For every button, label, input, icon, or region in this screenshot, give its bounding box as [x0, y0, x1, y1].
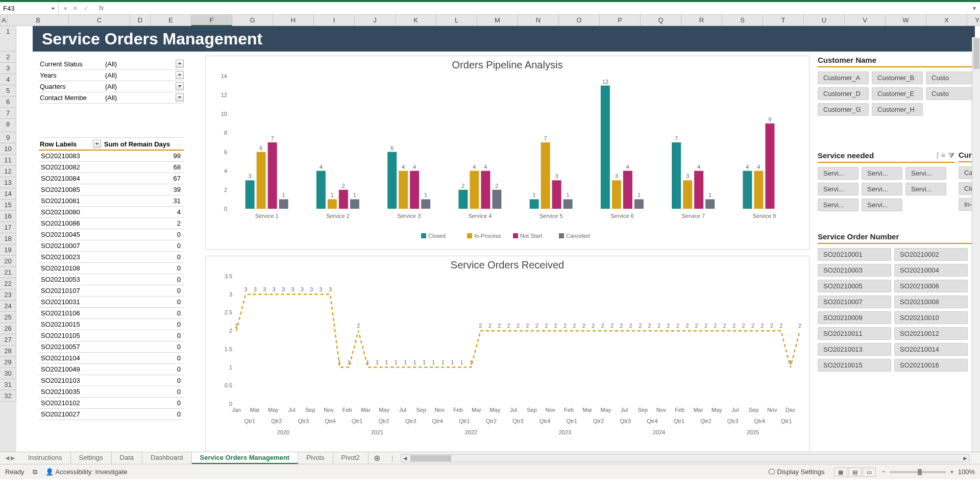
slicer-item[interactable]: SO20210005 — [818, 280, 891, 292]
slicer-item[interactable]: Customer_A — [818, 71, 869, 84]
sheet-tab[interactable]: Instructions — [20, 452, 70, 464]
filter-value[interactable]: (All) — [103, 70, 184, 81]
column-header[interactable]: X — [926, 15, 967, 26]
row-header[interactable]: 14 — [0, 188, 16, 200]
slicer-item[interactable]: SO20210003 — [818, 264, 891, 277]
table-row[interactable]: SO202100150 — [39, 319, 184, 330]
column-header[interactable]: H — [273, 15, 314, 26]
column-header[interactable]: R — [681, 15, 722, 26]
horizontal-scrollbar[interactable]: ◄► — [401, 454, 970, 462]
column-header[interactable]: E — [151, 15, 191, 26]
table-row[interactable]: SO2021008399 — [39, 151, 184, 162]
column-header[interactable]: S — [722, 15, 763, 26]
slicer-service[interactable]: Service needed⋮≡⧩ Servi...Servi...Servi.… — [818, 151, 954, 211]
chart-received[interactable]: Service Orders Received 00.511.522.533.5… — [205, 256, 810, 457]
column-header[interactable]: G — [232, 15, 273, 26]
table-row[interactable]: SO202100530 — [39, 274, 184, 285]
slicer-item[interactable]: Custo — [926, 71, 977, 84]
display-settings[interactable]: Display Settings — [777, 468, 824, 476]
zoom-in-button[interactable]: + — [950, 468, 954, 476]
row-header[interactable]: 2 — [0, 52, 16, 63]
column-header[interactable]: M — [477, 15, 518, 26]
table-row[interactable]: SO202100270 — [39, 409, 184, 420]
table-row[interactable]: SO2021008467 — [39, 173, 184, 184]
column-header[interactable]: Q — [641, 15, 681, 26]
chevron-down-icon[interactable] — [176, 71, 184, 79]
column-header[interactable]: T — [763, 15, 804, 26]
table-row[interactable]: SO202100450 — [39, 229, 184, 240]
slicer-item[interactable]: Customer_E — [872, 87, 923, 100]
row-header[interactable]: 6 — [0, 96, 16, 108]
table-row[interactable]: SO202100570 — [39, 341, 184, 353]
row-header[interactable]: 16 — [0, 211, 16, 222]
slicer-item[interactable]: SO20210016 — [894, 359, 968, 372]
clear-filter-icon[interactable]: ⧩ — [948, 151, 954, 159]
table-row[interactable]: SO202101040 — [39, 353, 184, 364]
column-header[interactable]: U — [804, 15, 845, 26]
row-header[interactable]: 5 — [0, 85, 16, 96]
row-header[interactable]: 4 — [0, 74, 16, 85]
row-header[interactable]: 20 — [0, 256, 16, 267]
tab-nav-left[interactable]: ◀ ▶ — [0, 455, 20, 461]
view-pagebreak-icon[interactable]: ▭ — [863, 467, 876, 477]
row-header[interactable]: 8 — [0, 119, 16, 132]
row-header[interactable]: 25 — [0, 312, 16, 323]
column-header[interactable]: L — [436, 15, 477, 26]
slicer-item[interactable]: Customer_G — [818, 103, 869, 116]
row-header[interactable]: 18 — [0, 233, 16, 244]
slicer-item[interactable]: SO20210008 — [894, 295, 968, 308]
table-row[interactable]: SO202101050 — [39, 330, 184, 341]
row-header[interactable]: 9 — [0, 132, 16, 143]
row-header[interactable]: 21 — [0, 267, 16, 278]
sheet-tab[interactable]: Service Orders Management — [192, 452, 299, 464]
vertical-scrollbar[interactable] — [972, 37, 980, 470]
row-header[interactable]: 7 — [0, 108, 16, 119]
column-header[interactable]: C — [69, 15, 130, 26]
slicer-item[interactable]: Servi... — [905, 183, 946, 195]
add-sheet-button[interactable]: ⊕ — [369, 453, 385, 463]
table-row[interactable]: SO202100230 — [39, 252, 184, 263]
row-header[interactable]: 17 — [0, 222, 16, 233]
slicer-item[interactable]: SO20210009 — [818, 311, 891, 324]
row-header[interactable]: 3 — [0, 63, 16, 74]
filter-value[interactable]: (All) — [103, 59, 184, 69]
table-row[interactable]: SO202101070 — [39, 285, 184, 297]
row-header[interactable]: 31 — [0, 379, 16, 390]
sheet-tab[interactable]: Pivot2 — [333, 452, 369, 464]
slicer-item[interactable]: SO20210007 — [818, 295, 891, 308]
chart-pipeline[interactable]: Orders Pipeline Analysis 024681012143671… — [205, 56, 810, 250]
row-header[interactable]: 30 — [0, 368, 16, 379]
row-header[interactable]: 26 — [0, 323, 16, 334]
column-header[interactable]: B — [8, 15, 69, 26]
table-row[interactable]: SO202100804 — [39, 207, 184, 218]
table-row[interactable]: SO202101020 — [39, 398, 184, 409]
slicer-item[interactable]: SO20210014 — [894, 343, 968, 356]
table-row[interactable]: SO2021008131 — [39, 195, 184, 207]
accessibility-icon[interactable]: 👤 — [45, 468, 54, 476]
column-header[interactable]: J — [355, 15, 396, 26]
table-row[interactable]: SO2021008539 — [39, 184, 184, 195]
row-header[interactable]: 23 — [0, 289, 16, 301]
filter-value[interactable]: (All) — [103, 92, 184, 103]
row-header[interactable]: 13 — [0, 177, 16, 188]
view-layout-icon[interactable]: ▤ — [848, 467, 862, 477]
slicer-item[interactable]: SO20210010 — [894, 311, 968, 324]
slicer-item[interactable]: Customer_D — [818, 87, 869, 100]
zoom-level[interactable]: 100% — [958, 468, 975, 476]
row-header[interactable]: 24 — [0, 301, 16, 312]
sheet-tab[interactable]: Settings — [71, 452, 112, 464]
view-normal-icon[interactable]: ▦ — [834, 467, 847, 477]
table-row[interactable]: SO202101030 — [39, 375, 184, 386]
sheet-tab[interactable]: Dashboard — [142, 452, 192, 464]
slicer-item[interactable]: Servi... — [818, 183, 859, 195]
filter-value[interactable]: (All) — [103, 81, 184, 92]
column-header[interactable]: O — [559, 15, 600, 26]
sheet-tab[interactable]: Pivots — [298, 452, 333, 464]
row-header[interactable]: 32 — [0, 390, 16, 402]
chevron-down-icon[interactable] — [176, 82, 184, 90]
column-header[interactable]: V — [845, 15, 886, 26]
slicer-item[interactable]: Customer_H — [872, 103, 923, 116]
slicer-item[interactable]: Servi... — [862, 183, 902, 195]
table-row[interactable]: SO202100310 — [39, 297, 184, 308]
accessibility-status[interactable]: Accessibility: Investigate — [56, 468, 128, 476]
